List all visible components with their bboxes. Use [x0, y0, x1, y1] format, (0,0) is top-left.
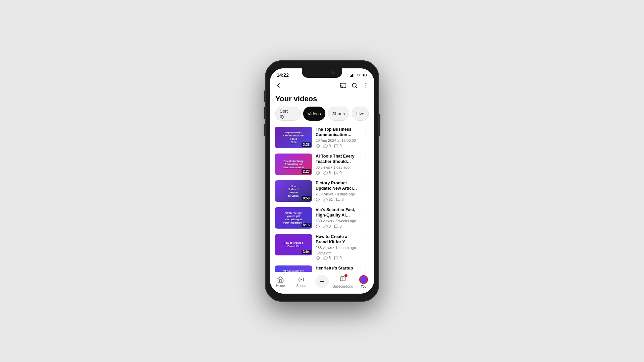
- video-info: How to Create a Brand Kit for Y... 288 v…: [316, 234, 359, 260]
- comment-icon: [334, 224, 338, 229]
- video-item[interactable]: Top business Communication Tools 2024 3:…: [270, 124, 374, 151]
- duration-badge: 3:38: [302, 142, 311, 147]
- battery-icon: [363, 73, 367, 77]
- video-title: AI Tools That Every Teacher Should Know …: [316, 154, 359, 165]
- live-tab[interactable]: Live: [352, 107, 369, 121]
- copyright-badge: Copyright: [316, 251, 359, 255]
- video-item[interactable]: "It has made my life easier as a founder…: [270, 263, 374, 272]
- svg-point-27: [366, 210, 366, 211]
- search-button[interactable]: [351, 82, 358, 90]
- video-meta: 150 views • 3 weeks ago: [316, 219, 359, 223]
- comments-stat: 0: [334, 256, 341, 260]
- video-item[interactable]: How to create a Brand Kit 3:04 How to Cr…: [270, 231, 374, 263]
- nav-home[interactable]: Home: [270, 276, 291, 288]
- svg-point-11: [366, 85, 367, 86]
- ellipsis-icon: [363, 208, 369, 213]
- video-item[interactable]: Revolutionizing Education for Teachers w…: [270, 151, 374, 178]
- video-item[interactable]: New Updates! Article to Video 0:59 Picto…: [270, 178, 374, 204]
- svg-point-31: [366, 237, 366, 238]
- camera-dot: [331, 71, 335, 74]
- nav-subscriptions[interactable]: Subscriptions: [332, 275, 353, 288]
- subscriptions-label: Subscriptions: [333, 285, 353, 288]
- video-menu-button[interactable]: [363, 207, 369, 215]
- svg-line-9: [356, 87, 357, 88]
- video-stats: 5 0: [316, 256, 359, 260]
- clock-icon: [316, 256, 320, 260]
- wifi-icon: [356, 73, 361, 77]
- svg-rect-3: [354, 73, 355, 77]
- svg-point-24: [366, 185, 366, 186]
- ellipsis-icon: [363, 266, 369, 272]
- cast-button[interactable]: [340, 82, 346, 90]
- thumbnail: "It has made my life easier as a founder…: [275, 265, 312, 272]
- video-list: Top business Communication Tools 2024 3:…: [270, 124, 374, 272]
- shorts-label: Shorts: [332, 111, 345, 116]
- svg-point-19: [366, 157, 366, 157]
- video-info: Pictory Product Update: New Article to V…: [316, 180, 359, 202]
- status-bar: 14:22: [270, 68, 374, 80]
- svg-point-22: [366, 182, 366, 182]
- video-title: How to Create a Brand Kit for Y...: [316, 234, 359, 245]
- svg-point-18: [366, 155, 366, 156]
- video-title: Henriette's Startup Success: Using Picto…: [316, 265, 359, 272]
- video-stats: 3 0: [316, 224, 359, 229]
- signal-icon: [350, 73, 355, 77]
- clock-stat: [316, 224, 320, 229]
- sort-by-tab[interactable]: Sort by: [275, 107, 301, 121]
- shorts-label: Shorts: [297, 284, 306, 288]
- nav-you[interactable]: You: [353, 275, 374, 288]
- duration-badge: 3:04: [302, 250, 311, 254]
- plus-icon: [319, 278, 325, 285]
- video-menu-button[interactable]: [363, 180, 369, 188]
- phone-frame: 14:22: [265, 60, 379, 302]
- nav-shorts[interactable]: Shorts: [291, 276, 312, 288]
- video-meta: 2.1K views • 8 days ago: [316, 192, 359, 196]
- thumbs-up-icon: [323, 256, 328, 260]
- thumbnail: Top business Communication Tools 2024 3:…: [275, 127, 312, 148]
- video-menu-button[interactable]: [363, 234, 369, 242]
- thumbnail: New Updates! Article to Video 0:59: [275, 180, 312, 202]
- comments-stat: 0: [334, 144, 341, 148]
- videos-label: Videos: [308, 111, 321, 116]
- comment-icon: [334, 171, 338, 175]
- clock-stat: [316, 144, 320, 148]
- clock-stat: [316, 197, 320, 202]
- svg-point-16: [366, 131, 366, 132]
- phone-screen: 14:22: [270, 68, 374, 294]
- ellipsis-icon: [363, 235, 369, 240]
- nav-upload[interactable]: [312, 275, 332, 288]
- thumbs-up-icon: [323, 171, 328, 175]
- video-stats: 0 0: [316, 144, 359, 148]
- search-icon: [351, 82, 358, 89]
- comments-stat: 0: [334, 224, 341, 229]
- clock-icon: [316, 197, 320, 202]
- filter-tabs: Sort by Videos Shorts Live: [270, 107, 374, 124]
- shorts-tab[interactable]: Shorts: [328, 107, 350, 121]
- comments-stat: 8: [336, 197, 343, 202]
- svg-rect-1: [351, 75, 352, 77]
- svg-point-36: [366, 270, 366, 270]
- more-button[interactable]: [363, 82, 369, 90]
- thumbnail: Revolutionizing Education for Teachers w…: [275, 154, 312, 175]
- bottom-nav: Home Shorts: [270, 272, 374, 294]
- comment-icon: [334, 256, 338, 260]
- video-title: Vic's Secret to Fast, High-Quality AI Vi…: [316, 207, 359, 218]
- svg-point-15: [366, 130, 366, 130]
- likes-stat: 3: [323, 224, 331, 229]
- svg-point-26: [366, 208, 366, 209]
- home-icon: [277, 276, 284, 283]
- video-menu-button[interactable]: [363, 154, 369, 162]
- video-menu-button[interactable]: [363, 127, 369, 135]
- videos-tab[interactable]: Videos: [303, 107, 325, 121]
- upload-button[interactable]: [315, 275, 329, 288]
- video-item[interactable]: "With Pictory, you've got everything at …: [270, 204, 374, 231]
- svg-point-20: [366, 158, 366, 159]
- ellipsis-icon: [363, 127, 369, 133]
- back-button[interactable]: [275, 82, 282, 90]
- video-stats: 51 8: [316, 197, 359, 202]
- duration-badge: 8:15: [302, 223, 311, 227]
- video-title: Pictory Product Update: New Article to V…: [316, 180, 359, 191]
- svg-point-32: [366, 239, 366, 239]
- video-menu-button[interactable]: [363, 265, 369, 272]
- top-nav: [270, 80, 374, 93]
